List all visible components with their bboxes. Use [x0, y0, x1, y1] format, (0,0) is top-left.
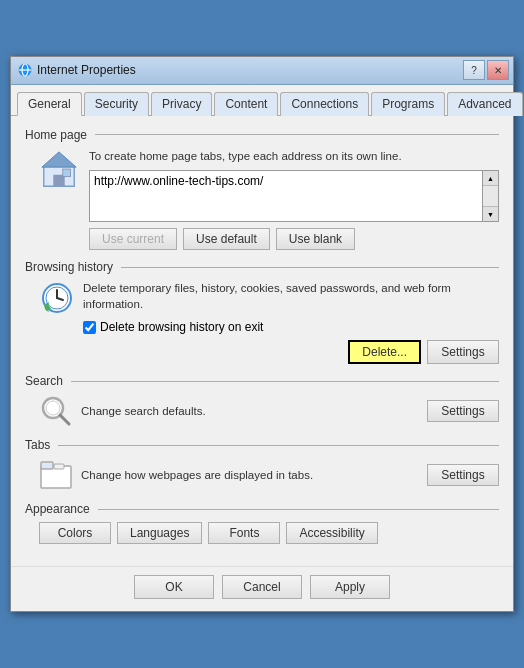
search-row: Change search defaults. Settings — [39, 394, 499, 428]
delete-on-exit-checkbox[interactable] — [83, 321, 96, 334]
help-button[interactable]: ? — [463, 60, 485, 80]
appearance-content: Colors Languages Fonts Accessibility — [25, 522, 499, 544]
tabs-section: Tabs Change how webpages are displayed i… — [25, 438, 499, 492]
tab-content[interactable]: Content — [214, 92, 278, 116]
tabs-section-content: Change how webpages are displayed in tab… — [25, 458, 499, 492]
homepage-buttons: Use current Use default Use blank — [39, 228, 499, 250]
tabs-description: Change how webpages are displayed in tab… — [81, 467, 419, 483]
history-row: Delete temporary files, history, cookies… — [39, 280, 499, 316]
url-input-area: http://www.online-tech-tips.com/ ▲ ▼ — [89, 170, 499, 222]
tabs-section-row: Change how webpages are displayed in tab… — [39, 458, 499, 492]
homepage-right: To create home page tabs, type each addr… — [89, 148, 499, 222]
history-settings-button[interactable]: Settings — [427, 340, 499, 364]
homepage-row: To create home page tabs, type each addr… — [39, 148, 499, 222]
svg-rect-6 — [63, 169, 71, 177]
tab-connections[interactable]: Connections — [280, 92, 369, 116]
ok-button[interactable]: OK — [134, 575, 214, 599]
languages-button[interactable]: Languages — [117, 522, 202, 544]
apply-button[interactable]: Apply — [310, 575, 390, 599]
search-content: Change search defaults. Settings — [25, 394, 499, 428]
browsing-history-text: Delete temporary files, history, cookies… — [83, 280, 499, 312]
history-buttons: Delete... Settings — [39, 340, 499, 364]
delete-button[interactable]: Delete... — [348, 340, 421, 364]
appearance-section: Appearance Colors Languages Fonts Access… — [25, 502, 499, 544]
url-input[interactable]: http://www.online-tech-tips.com/ — [90, 171, 482, 221]
close-button[interactable]: ✕ — [487, 60, 509, 80]
tabs-icon — [39, 458, 73, 492]
homepage-section: Home page To create home page tabs, type… — [25, 128, 499, 250]
internet-properties-window: Internet Properties ? ✕ General Security… — [10, 56, 514, 612]
svg-line-12 — [60, 415, 69, 424]
cancel-button[interactable]: Cancel — [222, 575, 302, 599]
tab-security[interactable]: Security — [84, 92, 149, 116]
accessibility-button[interactable]: Accessibility — [286, 522, 377, 544]
main-content: Home page To create home page tabs, type… — [11, 116, 513, 566]
tab-programs[interactable]: Programs — [371, 92, 445, 116]
browsing-history-content: Delete temporary files, history, cookies… — [25, 280, 499, 364]
svg-marker-4 — [42, 152, 76, 167]
magnify-icon — [39, 394, 73, 428]
use-blank-button[interactable]: Use blank — [276, 228, 355, 250]
use-current-button[interactable]: Use current — [89, 228, 177, 250]
clock-icon — [39, 280, 75, 316]
homepage-content: To create home page tabs, type each addr… — [25, 148, 499, 250]
scrollbar-down-arrow[interactable]: ▼ — [483, 206, 498, 221]
fonts-button[interactable]: Fonts — [208, 522, 280, 544]
tabs-section-label: Tabs — [25, 438, 499, 452]
title-bar: Internet Properties ? ✕ — [11, 57, 513, 85]
tabs-settings-button[interactable]: Settings — [427, 464, 499, 486]
window-title: Internet Properties — [37, 63, 136, 77]
browsing-history-label: Browsing history — [25, 260, 499, 274]
appearance-buttons: Colors Languages Fonts Accessibility — [39, 522, 499, 544]
search-section: Search Change search defaults. Settings — [25, 374, 499, 428]
tab-general[interactable]: General — [17, 92, 82, 116]
delete-on-exit-row: Delete browsing history on exit — [83, 320, 499, 334]
colors-button[interactable]: Colors — [39, 522, 111, 544]
tab-advanced[interactable]: Advanced — [447, 92, 522, 116]
homepage-label: Home page — [25, 128, 499, 142]
tab-privacy[interactable]: Privacy — [151, 92, 212, 116]
house-icon — [39, 150, 79, 190]
title-buttons: ? ✕ — [463, 60, 509, 80]
url-scrollbar: ▲ ▼ — [482, 171, 498, 221]
svg-rect-15 — [41, 462, 53, 469]
homepage-description: To create home page tabs, type each addr… — [89, 148, 499, 164]
delete-on-exit-label: Delete browsing history on exit — [100, 320, 263, 334]
ie-icon — [17, 62, 33, 78]
search-description: Change search defaults. — [81, 405, 419, 417]
scrollbar-track — [483, 186, 498, 206]
svg-rect-16 — [54, 464, 64, 469]
tab-bar: General Security Privacy Content Connect… — [11, 85, 513, 116]
use-default-button[interactable]: Use default — [183, 228, 270, 250]
dialog-buttons: OK Cancel Apply — [11, 566, 513, 611]
scrollbar-up-arrow[interactable]: ▲ — [483, 171, 498, 186]
title-bar-left: Internet Properties — [17, 62, 136, 78]
browsing-history-section: Browsing history Delete temporary files,… — [25, 260, 499, 364]
search-settings-button[interactable]: Settings — [427, 400, 499, 422]
appearance-label: Appearance — [25, 502, 499, 516]
search-label: Search — [25, 374, 499, 388]
